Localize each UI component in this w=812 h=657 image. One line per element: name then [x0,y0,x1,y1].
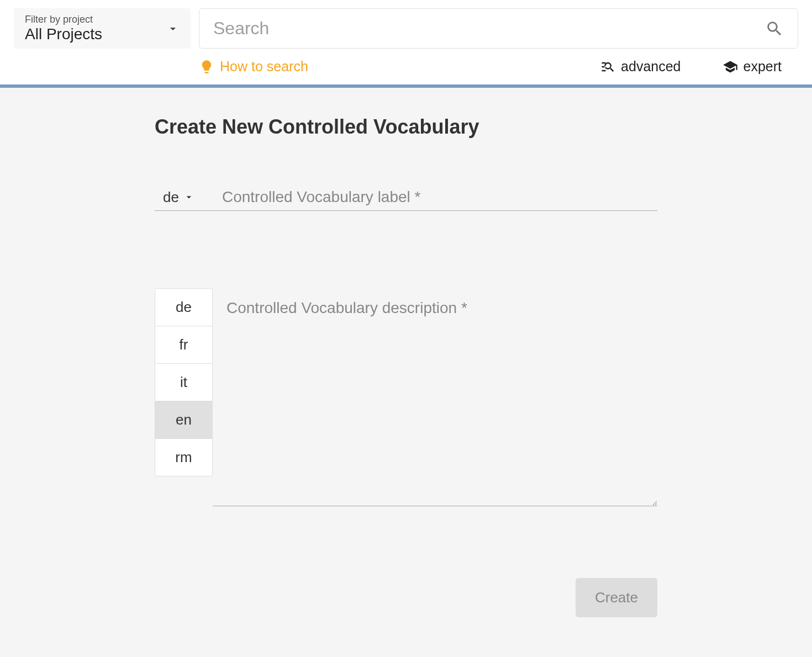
expert-icon [723,59,738,75]
lang-option-en[interactable]: en [155,401,212,439]
header-links: How to search advanced expert [199,49,798,84]
button-row: Create [155,578,657,617]
chevron-down-icon [166,22,180,35]
page-title: Create New Controlled Vocabulary [155,115,657,139]
description-language-list: de fr it en rm [155,288,213,476]
lang-option-it[interactable]: it [155,364,212,401]
how-to-search-link[interactable]: How to search [199,59,308,75]
lang-option-de[interactable]: de [155,289,212,326]
lang-option-fr[interactable]: fr [155,326,212,364]
label-language-selector[interactable]: de [155,189,203,206]
expert-search-label: expert [744,59,782,75]
filter-label: Filter by project [25,14,102,25]
header-top: Filter by project All Projects [14,8,798,49]
vocabulary-description-input[interactable] [213,288,657,506]
vocabulary-description-row: de fr it en rm [155,288,657,506]
search-box [199,8,798,49]
filter-value: All Projects [25,25,102,43]
chevron-down-icon [183,192,194,203]
how-to-search-label: How to search [220,59,308,75]
advanced-search-label: advanced [621,59,681,75]
filter-text: Filter by project All Projects [25,14,102,43]
vocabulary-label-input[interactable] [203,188,657,206]
lightbulb-icon [199,59,214,75]
main-content: Create New Controlled Vocabulary de de f… [0,88,812,645]
lang-option-rm[interactable]: rm [155,439,212,476]
create-button[interactable]: Create [576,578,657,617]
expert-search-link[interactable]: expert [723,59,782,75]
search-input[interactable] [213,18,765,39]
search-icon[interactable] [765,19,784,38]
label-language-value: de [163,189,179,206]
advanced-search-icon [600,59,615,75]
project-filter-dropdown[interactable]: Filter by project All Projects [14,8,191,49]
advanced-search-link[interactable]: advanced [600,59,681,75]
header: Filter by project All Projects How to se… [0,0,812,84]
vocabulary-label-row: de [155,188,657,211]
